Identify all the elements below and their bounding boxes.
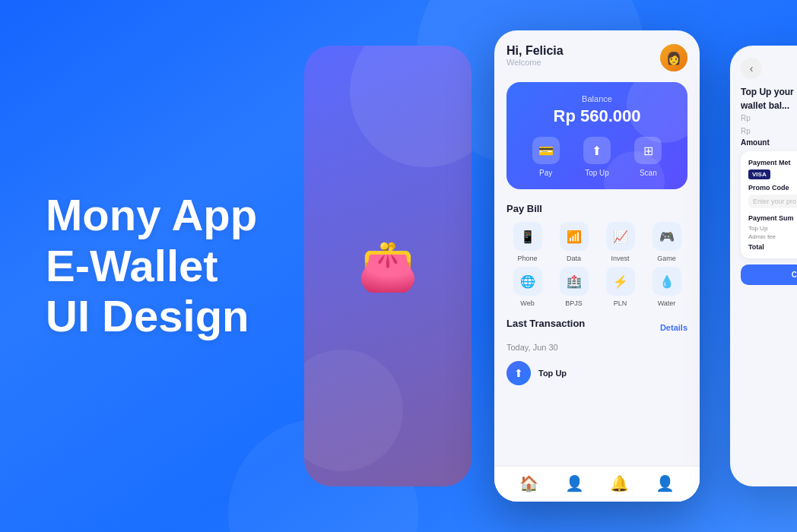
- bill-phone[interactable]: 📱 Phone: [506, 222, 548, 262]
- bpjs-bill-label: BPJS: [565, 299, 583, 307]
- balance-card: Balance Rp 560.000 💳 Pay ⬆ Top Up ⊞ Scan: [506, 82, 687, 189]
- invest-bill-label: Invest: [611, 255, 629, 262]
- pay-bill-grid: 📱 Phone 📶 Data 📈 Invest 🎮 Game 🌐 Web 🏥: [506, 222, 687, 307]
- data-bill-label: Data: [567, 255, 581, 262]
- greeting-subtitle: Welcome: [506, 58, 564, 67]
- transaction-date: Today, Jun 30: [506, 343, 687, 352]
- visa-badge: VISA: [748, 169, 770, 179]
- greeting-section: Hi, Felicia Welcome: [506, 44, 564, 67]
- nav-bell[interactable]: 🔔: [610, 474, 629, 492]
- transaction-header: Last Transaction Details: [506, 318, 687, 337]
- payment-summary-title: Payment Sum: [748, 214, 797, 222]
- phone-main-screen: Hi, Felicia Welcome 👩 Balance Rp 560.000…: [494, 30, 700, 502]
- right-title: Top Up your: [741, 87, 797, 97]
- phone-right-screen: ‹ Top Up your wallet bal... Rp Rp Amount…: [730, 46, 797, 486]
- app-header: Hi, Felicia Welcome 👩: [506, 44, 687, 71]
- water-bill-icon: 💧: [653, 267, 681, 296]
- title-line1: Mony App: [46, 190, 257, 239]
- scan-icon: ⊞: [634, 137, 662, 164]
- right-title2: wallet bal...: [741, 100, 797, 111]
- invest-bill-icon: 📈: [606, 222, 635, 251]
- transaction-item: ⬆ Top Up: [506, 356, 687, 390]
- scan-label: Scan: [640, 169, 657, 177]
- admin-fee-label: Admin fee: [748, 233, 776, 240]
- greeting-name: Hi, Felicia: [506, 44, 564, 58]
- avatar-image: 👩: [660, 44, 687, 71]
- phone-bill-icon: 📱: [513, 222, 542, 251]
- topup-icon: ⬆: [583, 137, 611, 164]
- data-bill-icon: 📶: [560, 222, 589, 251]
- bill-game[interactable]: 🎮 Game: [646, 222, 687, 262]
- pay-icon: 💳: [532, 137, 560, 164]
- details-link[interactable]: Details: [660, 323, 687, 332]
- payment-method-card: Payment Met VISA ..... Promo Code Enter …: [741, 151, 797, 258]
- bill-data[interactable]: 📶 Data: [553, 222, 595, 262]
- payment-method-title: Payment Met: [748, 159, 797, 166]
- game-bill-icon: 🎮: [653, 222, 681, 251]
- hero-text: Mony App E-Wallet UI Design: [46, 190, 257, 342]
- title-line3: UI Design: [46, 291, 249, 340]
- pln-bill-icon: ⚡: [606, 267, 635, 296]
- confirm-button[interactable]: Confirm: [741, 264, 797, 285]
- amount-label: Amount: [741, 138, 797, 147]
- last-transaction-title: Last Transaction: [506, 318, 585, 329]
- bpjs-bill-icon: 🏥: [560, 267, 589, 296]
- topup-label: Top Up: [585, 169, 609, 177]
- bill-invest[interactable]: 📈 Invest: [599, 222, 641, 262]
- promo-code-label: Promo Code: [748, 184, 797, 192]
- topup-action[interactable]: ⬆ Top Up: [583, 137, 611, 177]
- web-bill-label: Web: [520, 299, 534, 307]
- topup-row-label: Top Up: [748, 225, 767, 232]
- bill-bpjs[interactable]: 🏥 BPJS: [553, 267, 595, 307]
- wallet-icon: 👛: [357, 238, 418, 295]
- admin-fee-row: Admin fee: [748, 233, 797, 240]
- nav-search[interactable]: 👤: [565, 474, 584, 492]
- nav-home[interactable]: 🏠: [519, 474, 538, 492]
- total-row: Total: [748, 243, 797, 251]
- transaction-name: Top Up: [538, 369, 687, 378]
- bill-web[interactable]: 🌐 Web: [506, 267, 548, 307]
- pay-label: Pay: [539, 169, 552, 177]
- topup-row: Top Up: [748, 225, 797, 232]
- title-line2: E-Wallet: [46, 241, 218, 290]
- phone-splash-screen: 👛: [304, 46, 472, 486]
- avatar[interactable]: 👩: [660, 44, 687, 71]
- transaction-info: Top Up: [538, 369, 687, 378]
- nav-profile[interactable]: 👤: [656, 474, 675, 492]
- pay-bill-title: Pay Bill: [506, 203, 687, 214]
- bill-pln[interactable]: ⚡ PLN: [599, 267, 641, 307]
- scan-action[interactable]: ⊞ Scan: [634, 137, 662, 177]
- pln-bill-label: PLN: [614, 299, 627, 307]
- web-bill-icon: 🌐: [513, 267, 542, 296]
- pay-action[interactable]: 💳 Pay: [532, 137, 560, 177]
- game-bill-label: Game: [657, 255, 676, 262]
- balance-label: Balance: [520, 94, 674, 103]
- promo-input[interactable]: Enter your pro: [748, 195, 797, 208]
- bill-water[interactable]: 💧 Water: [646, 267, 687, 307]
- balance-actions: 💳 Pay ⬆ Top Up ⊞ Scan: [520, 137, 674, 177]
- phone-bill-label: Phone: [517, 255, 537, 262]
- payment-method-row: VISA .....: [748, 169, 797, 179]
- back-button[interactable]: ‹: [741, 58, 762, 79]
- water-bill-label: Water: [658, 299, 676, 307]
- balance-amount: Rp 560.000: [520, 106, 674, 126]
- rp-label: Rp: [741, 114, 797, 122]
- back-icon: ‹: [750, 62, 754, 74]
- rp-label2: Rp: [741, 127, 797, 135]
- transaction-avatar: ⬆: [506, 361, 531, 385]
- total-label: Total: [748, 243, 764, 251]
- bottom-nav: 🏠 👤 🔔 👤: [494, 466, 700, 502]
